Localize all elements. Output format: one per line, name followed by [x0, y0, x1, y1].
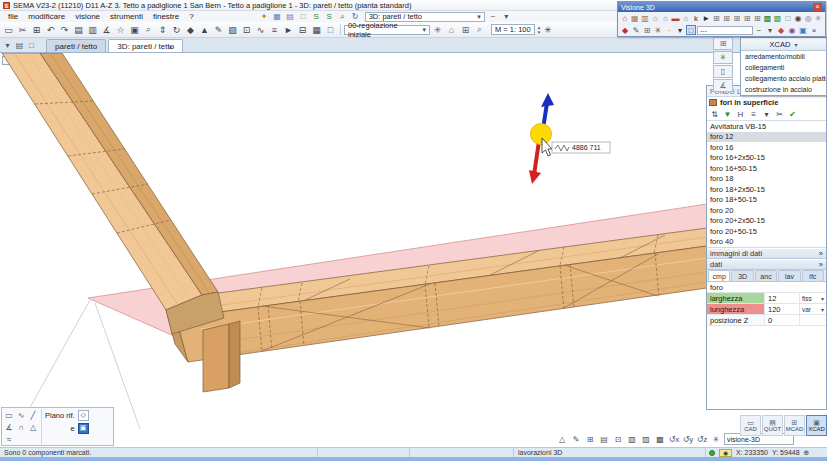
redo-icon[interactable]: ↷	[58, 23, 71, 36]
xcad-list-item[interactable]: costruzione in acciaio	[741, 84, 826, 95]
library-item[interactable]: foro 18+50-15	[707, 195, 826, 206]
angle-icon[interactable]: ∡	[713, 79, 733, 92]
solid-view-icon[interactable]: ▩	[763, 13, 772, 23]
find-icon[interactable]: ⌕	[473, 23, 486, 36]
saved-view-1-icon[interactable]: ▧	[626, 433, 638, 445]
keyboard-icon[interactable]: k	[691, 13, 700, 23]
frame-icon[interactable]: □	[298, 12, 309, 22]
apply-preset-icon[interactable]: ✳	[431, 23, 444, 36]
library-item[interactable]: foro 20+50-15	[707, 226, 826, 237]
triangle-icon[interactable]: △	[27, 421, 39, 433]
mode-button[interactable]: ⊞ MCAD	[784, 415, 805, 436]
library-item[interactable]: foro 12	[707, 132, 826, 143]
library-item[interactable]: foro 20	[707, 205, 826, 216]
scene-icon[interactable]: ▣	[798, 25, 808, 35]
dot-icon[interactable]: ·	[664, 25, 674, 35]
property-tab[interactable]: 3D	[731, 270, 753, 281]
columns-icon[interactable]: ▦	[310, 23, 323, 36]
macro-grid-icon[interactable]: ⊞	[713, 37, 733, 50]
import-icon[interactable]: ▼	[722, 109, 733, 120]
search-icon[interactable]: ⌕	[337, 12, 348, 22]
eye-icon[interactable]: ◉	[719, 449, 732, 457]
polyline-icon[interactable]: ∿	[15, 409, 27, 421]
camera-icon[interactable]: ◉	[793, 13, 802, 23]
xcad-list-item[interactable]: collegamenti	[741, 62, 826, 73]
library-item[interactable]: foro 20+2x50-15	[707, 216, 826, 227]
undo-icon[interactable]: ↶	[44, 23, 57, 36]
menu-modificare[interactable]: modificare	[23, 12, 70, 21]
steel-plate-icon[interactable]: ▯	[713, 65, 733, 78]
vertical-beam[interactable]	[2, 53, 224, 334]
menu-visione[interactable]: visione	[70, 12, 105, 21]
scale-spinner[interactable]: ▴▾	[538, 25, 541, 35]
level-icon[interactable]: ▲	[198, 23, 211, 36]
wire-view-icon[interactable]: □	[783, 13, 792, 23]
library-item[interactable]: foro 16	[707, 142, 826, 153]
select-rect-icon[interactable]: ▭	[3, 409, 15, 421]
property-tab[interactable]: lav	[778, 270, 800, 281]
section-images[interactable]: immagini di dati »	[707, 248, 826, 259]
preset-combo[interactable]: 00-regolazione iniziale ▾	[344, 25, 430, 35]
list-icon[interactable]: ≡	[268, 23, 281, 36]
star-icon[interactable]: ☆	[114, 23, 127, 36]
timber-ceiling-icon[interactable]: ▥	[640, 13, 649, 23]
layout-icon[interactable]: ▥	[86, 23, 99, 36]
insert-marker[interactable]	[529, 93, 554, 184]
drop-icon[interactable]: ▾	[675, 25, 685, 35]
wall-red-icon[interactable]: ▬	[671, 13, 680, 23]
s-next-icon[interactable]: S	[324, 12, 335, 22]
menu-strumenti[interactable]: strumenti	[105, 12, 148, 21]
timber-wall-icon[interactable]: ▦	[630, 13, 639, 23]
minus-icon[interactable]: −	[488, 12, 499, 22]
monitor-icon[interactable]: □	[324, 23, 337, 36]
house-icon[interactable]: ⌂	[681, 13, 690, 23]
axo-icon[interactable]: △	[556, 433, 568, 445]
saved-view-3-icon[interactable]: ▩	[654, 433, 666, 445]
render-icon[interactable]: ◉	[787, 25, 797, 35]
flag-icon[interactable]: ►	[282, 23, 295, 36]
visione-3d-titlebar[interactable]: Visione 3D ×	[618, 2, 825, 12]
cube-icon[interactable]: ⊞	[642, 25, 652, 35]
lamp-icon[interactable]: ✳	[814, 13, 823, 23]
menu-file[interactable]: file	[3, 12, 23, 21]
sort-icon[interactable]: ⇅	[709, 109, 720, 120]
sheet-icon[interactable]: ▣	[128, 23, 141, 36]
walk-mode-icon[interactable]: ✳	[710, 433, 722, 445]
node-icon[interactable]: ◆	[184, 23, 197, 36]
rotate-x-icon[interactable]: ↺x	[668, 433, 680, 445]
library-item[interactable]: Avvitatura VB-15	[707, 121, 826, 132]
cutout-icon[interactable]: ✂	[774, 109, 785, 120]
angle-icon[interactable]: ∡	[3, 421, 15, 433]
home-icon[interactable]: ⌂	[445, 23, 458, 36]
layers-icon[interactable]: ⊟	[296, 23, 309, 36]
print-preview-icon[interactable]: ▤	[14, 40, 25, 50]
pencil-icon[interactable]: ✎	[212, 23, 225, 36]
library-item[interactable]: foro 40	[707, 237, 826, 248]
scale-field[interactable]: M = 1: 100	[491, 24, 535, 35]
e-button[interactable]: ▣	[78, 423, 89, 434]
menu-finestre[interactable]: finestre	[148, 12, 184, 21]
line-icon[interactable]: ╱	[27, 409, 39, 421]
cube-sw-icon[interactable]: ⊞	[732, 13, 741, 23]
draw-icon[interactable]: ✎	[631, 25, 641, 35]
minus-icon[interactable]: −	[754, 25, 764, 35]
mode-button[interactable]: ▣ XCAD	[806, 415, 827, 436]
cascade-windows-icon[interactable]: ▤	[285, 12, 296, 22]
post[interactable]	[203, 321, 240, 392]
cube-ne-icon[interactable]: ⊞	[722, 13, 731, 23]
mini-view-icon[interactable]: □	[686, 25, 696, 35]
pan-icon[interactable]: ⇕	[156, 23, 169, 36]
rotate-icon[interactable]: ↻	[170, 23, 183, 36]
xcad-list-item[interactable]: arredamento/mobili	[741, 51, 826, 62]
shaded-view-icon[interactable]: ▩	[773, 13, 782, 23]
pin-icon[interactable]: ◆	[620, 25, 630, 35]
tab-pareti-tetto[interactable]: pareti / tetto	[46, 39, 106, 52]
copy-icon[interactable]: ⊞	[30, 23, 43, 36]
snapshot-icon[interactable]: ◎	[804, 13, 813, 23]
tile-windows-icon[interactable]: ▦	[272, 12, 283, 22]
drop2-icon[interactable]: ▾	[765, 25, 775, 35]
saved-view-2-icon[interactable]: ▨	[640, 433, 652, 445]
list-icon[interactable]: ≡	[748, 109, 759, 120]
sketch-icon[interactable]: ✎	[570, 433, 582, 445]
property-tab[interactable]: anc	[755, 270, 777, 281]
